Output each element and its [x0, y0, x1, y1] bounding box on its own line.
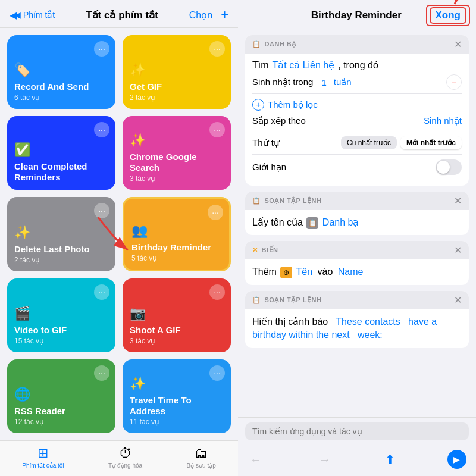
rss-title: RSS Reader	[14, 406, 108, 416]
cmd1-header-label: 📋 SOẠN TẬP LỆNH	[252, 197, 321, 205]
card-menu-shoot-gif[interactable]: ···	[209, 284, 225, 300]
order-row: Thứ tự Cũ nhất trước Mới nhất trước	[252, 131, 462, 155]
card-menu-video-gif[interactable]: ···	[94, 284, 109, 300]
shortcut-rss-reader[interactable]: ··· 🌐 RSS Reader 12 tác vụ	[7, 359, 115, 433]
contacts-header-label: 📋 DANH BẠ	[252, 40, 297, 48]
travel-icon: ✨	[130, 376, 224, 392]
add-button[interactable]: +	[221, 7, 228, 23]
cmd1-body: Lấy tên của 📋 Danh bạ	[245, 210, 469, 235]
record-send-subtitle: 6 tác vụ	[14, 93, 108, 102]
play-button[interactable]: ▶	[447, 450, 466, 469]
order-oldest-first[interactable]: Cũ nhất trước	[341, 136, 397, 149]
all-contacts-link[interactable]: Tất cả Liên hệ	[273, 60, 335, 71]
undo-button[interactable]: ←	[248, 450, 264, 469]
plus-icon: +	[252, 99, 264, 111]
cmd2-close-button[interactable]: ✕	[454, 245, 462, 256]
cmd2-body: Thêm ⊕ Tên vào Name	[245, 259, 469, 284]
back-label: ◀ Phím tắt	[14, 10, 55, 20]
share-button[interactable]: ⬆	[385, 452, 395, 466]
birthday-filter-label: Sinh nhật trong	[252, 77, 313, 87]
contacts-close-button[interactable]: ✕	[454, 39, 462, 50]
chrome-google-title: Chrome Google Search	[130, 152, 224, 173]
shortcut-get-gif[interactable]: ··· ✨ Get GIF 2 tác vụ	[123, 35, 231, 109]
card-menu-rss[interactable]: ···	[94, 365, 109, 381]
shortcut-birthday-reminder[interactable]: ··· 👥 Birthday Reminder 5 tác vụ	[123, 197, 231, 271]
add-filter-label: Thêm bộ lọc	[268, 99, 318, 110]
contacts-header-icon: 📋	[252, 40, 261, 48]
shortcut-clean-reminders[interactable]: ··· ✅ Clean Completed Reminders	[7, 116, 115, 190]
sort-label: Sắp xếp theo	[252, 115, 306, 126]
tab-gallery-label: Bộ sưu tập	[187, 462, 216, 469]
bottom-tab-bar: ⊞ Phím tắt của tôi ⏱ Tự động hóa 🗂 Bộ sư…	[0, 440, 238, 476]
birthday-icon: 👥	[131, 223, 222, 239]
shortcut-video-gif[interactable]: ··· 🎬 Video to GIF 15 tác vụ	[7, 278, 115, 352]
card-menu-record-send[interactable]: ···	[94, 41, 109, 57]
shortcut-travel-time[interactable]: ··· ✨ Travel Time To Address 11 tác vụ	[123, 359, 231, 433]
cmd2-header: ✕ BIẾN ✕	[245, 241, 469, 259]
birthday-filter-value[interactable]: 1	[321, 77, 326, 87]
header-actions: Chọn +	[189, 7, 228, 23]
card-menu-travel[interactable]: ···	[209, 365, 225, 381]
limit-label: Giới hạn	[252, 162, 286, 173]
shortcuts-grid: ··· 🏷️ Record And Send 6 tác vụ ··· ✨ Ge…	[0, 28, 238, 440]
rss-icon: 🌐	[14, 387, 108, 402]
birthday-title: Birthday Reminder	[131, 242, 222, 253]
cmd3-section: 📋 SOẠN TẬP LỆNH ✕ Hiển thị cảnh báo Thes…	[245, 291, 469, 348]
cmd1-contacts-label[interactable]: Danh bạ	[322, 217, 359, 227]
cmd1-header: 📋 SOẠN TẬP LỆNH ✕	[245, 192, 469, 210]
cmd2-prefix: Thêm	[252, 267, 277, 277]
xong-button[interactable]: Xong	[430, 7, 467, 24]
tab-my-shortcuts[interactable]: ⊞ Phím tắt của tôi	[22, 446, 64, 469]
sort-value[interactable]: Sinh nhật	[424, 115, 462, 126]
card-menu-delete-photo[interactable]: ···	[94, 203, 109, 218]
shortcut-shoot-gif[interactable]: ··· 📷 Shoot A GIF 3 tác vụ	[123, 278, 231, 352]
cmd2-value[interactable]: Name	[338, 267, 364, 277]
cmd3-header-label: 📋 SOẠN TẬP LỆNH	[252, 296, 321, 304]
right-bottom-bar: ← → ⬆ ▶	[238, 445, 476, 476]
tab-automation-label: Tự động hóa	[108, 462, 142, 469]
cmd3-header-icon: 📋	[252, 296, 261, 304]
redo-button[interactable]: →	[317, 450, 333, 469]
card-menu-birthday[interactable]: ···	[208, 205, 223, 220]
card-menu-get-gif[interactable]: ···	[209, 41, 225, 57]
gallery-icon: 🗂	[195, 446, 208, 461]
shortcut-chrome-google[interactable]: ··· ✨ Chrome Google Search 3 tác vụ	[123, 116, 231, 190]
variable-icon: ⊕	[280, 267, 292, 278]
shortcut-delete-last-photo[interactable]: ··· ✨ Delete Last Photo 2 tác vụ	[7, 197, 115, 271]
record-send-icon: 🏷️	[14, 62, 108, 78]
card-menu-chrome-google[interactable]: ···	[209, 122, 225, 137]
card-menu-clean-reminders[interactable]: ···	[94, 122, 109, 137]
remove-filter-button[interactable]: −	[446, 74, 462, 90]
choose-button[interactable]: Chọn	[189, 10, 212, 21]
rss-subtitle: 12 tác vụ	[14, 418, 108, 426]
clock-icon: ⏱	[119, 446, 132, 461]
travel-title: Travel Time To Address	[130, 395, 224, 416]
search-input[interactable]	[245, 422, 469, 440]
video-gif-subtitle: 15 tác vụ	[14, 337, 108, 345]
cmd3-blue1: These contacts	[336, 317, 400, 327]
tab-my-shortcuts-label: Phím tắt của tôi	[22, 462, 64, 469]
order-newest-first[interactable]: Mới nhất trước	[400, 136, 462, 149]
clean-reminders-icon: ✅	[14, 142, 108, 158]
right-panel: Birthday Reminder Xong	[238, 0, 476, 476]
shortcut-record-send[interactable]: ··· 🏷️ Record And Send 6 tác vụ	[7, 35, 115, 109]
shoot-gif-subtitle: 3 tác vụ	[130, 337, 224, 345]
order-label: Thứ tự	[252, 137, 280, 148]
clean-reminders-title: Clean Completed Reminders	[14, 161, 108, 183]
limit-toggle[interactable]	[436, 159, 462, 175]
left-panel: ◀ ◀ Phím tắt Tất cả phím tắt Chọn + ··· …	[0, 0, 238, 476]
tab-gallery[interactable]: 🗂 Bộ sưu tập	[187, 446, 216, 469]
cmd3-close-button[interactable]: ✕	[454, 295, 462, 306]
find-label: Tìm	[252, 60, 269, 71]
add-filter-row[interactable]: + Thêm bộ lọc	[252, 94, 462, 111]
limit-row: Giới hạn	[252, 155, 462, 180]
cmd2-name-label[interactable]: Tên	[296, 267, 313, 277]
contacts-section-header: 📋 DANH BẠ ✕	[245, 35, 469, 54]
back-button[interactable]: ◀ ◀ Phím tắt	[10, 10, 55, 21]
shoot-gif-title: Shoot A GIF	[130, 325, 224, 336]
cmd1-close-button[interactable]: ✕	[454, 195, 462, 206]
cmd3-header: 📋 SOẠN TẬP LỆNH ✕	[245, 291, 469, 309]
tab-automation[interactable]: ⏱ Tự động hóa	[108, 446, 142, 469]
cmd1-prefix: Lấy tên của	[252, 217, 303, 227]
cmd1-header-icon: 📋	[252, 197, 261, 205]
